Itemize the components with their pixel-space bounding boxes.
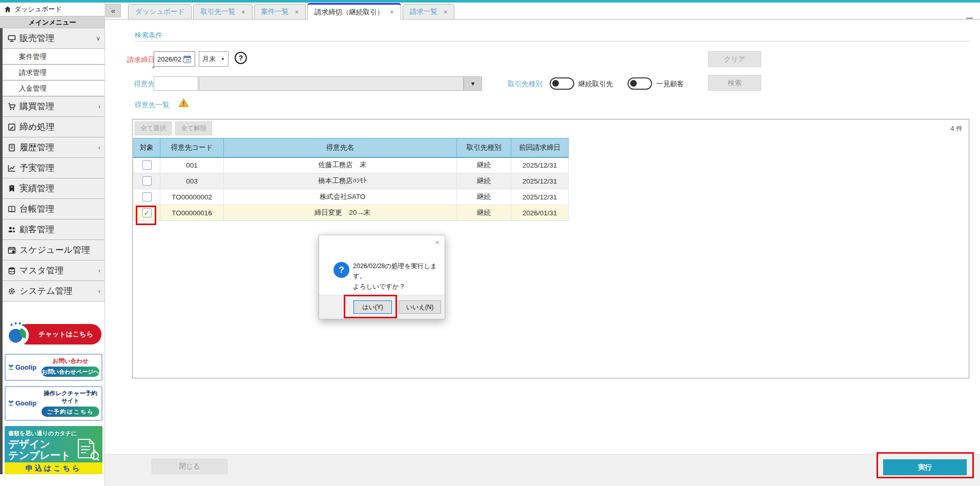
- scrollbar-dash: [966, 17, 973, 19]
- design-banner-title-line1: デザイン: [8, 438, 102, 450]
- billing-date-label: 請求締日*: [125, 55, 155, 72]
- customer-list-title: 得意先一覧: [135, 100, 170, 110]
- deselect-all-button[interactable]: 全て解除: [175, 121, 212, 135]
- sales-submenu: 案件管理 請求管理 入金管理: [3, 49, 105, 96]
- design-template-banner[interactable]: 書類を思い通りのカタチに デザイン テンプレート 申込はこちら: [5, 426, 102, 474]
- col-target: 対象: [134, 138, 160, 157]
- customer-lookup-button[interactable]: ▼: [464, 76, 482, 91]
- close-icon[interactable]: ×: [295, 8, 299, 16]
- sidebar-item-case-management[interactable]: 案件管理: [3, 49, 105, 65]
- cart-icon: [8, 103, 16, 111]
- toggle-knob: [630, 80, 637, 87]
- chevron-left-icon: ‹: [98, 144, 100, 151]
- table-row[interactable]: TO00000002 株式会社SATO 継続 2025/12/31: [134, 189, 569, 205]
- lecture-banner-button[interactable]: ご予約はこちら: [41, 407, 99, 417]
- sidebar-dashboard-link[interactable]: ダッシュボード: [0, 3, 105, 16]
- goolip-logo: Goolip: [8, 399, 39, 407]
- search-button[interactable]: 検索: [708, 75, 761, 91]
- contact-banner[interactable]: Goolip お問い合わせ お問い合わせページへ: [5, 354, 102, 381]
- customer-table: 対象 得意先コード 得意先名 取引先種別 前回請求締日 001 佐藤工務店 末: [133, 138, 569, 221]
- main-menu-header: メインメニュー: [0, 16, 105, 28]
- sidebar-promos: チャットはこちら Goolip お問い合わせ お問い合わせページへ: [0, 301, 105, 474]
- goolip-logo: Goolip: [8, 363, 39, 371]
- yes-button[interactable]: はい(Y): [353, 300, 392, 314]
- tab-partner-list[interactable]: 取引先一覧 ×: [193, 4, 252, 19]
- no-button[interactable]: いいえ(N): [399, 300, 441, 314]
- customer-list-panel: 全て選択 全て解除 4 件 対象 得意先コード 得意先名 取引先種別 前回請求締…: [132, 119, 969, 378]
- chat-widget[interactable]: チャットはこちら: [5, 319, 102, 349]
- table-row[interactable]: 003 橋本工務店ﾊｼﾓﾄ 継続 2025/12/31: [134, 173, 569, 189]
- calendar-clock-icon: [8, 246, 16, 254]
- row-checkbox[interactable]: [142, 176, 152, 186]
- sidebar-item-purchase[interactable]: 購買管理 ‹: [3, 96, 105, 117]
- period-select[interactable]: 月末 ▼: [199, 51, 228, 67]
- sidebar-item-history[interactable]: 履歴管理 ‹: [3, 137, 105, 158]
- tab-dashboard[interactable]: ダッシュボード: [128, 4, 192, 19]
- design-banner-tagline: 書類を思い通りのカタチに: [8, 430, 102, 437]
- sidebar-item-billing-management[interactable]: 請求管理: [3, 65, 105, 80]
- sidebar-collapse-button[interactable]: «: [106, 4, 121, 17]
- database-icon: [8, 267, 16, 275]
- table-row-selected[interactable]: ✓ TO00000016 締日変更 20→末 継続 2026/01/31: [134, 205, 569, 221]
- tab-invoice-list[interactable]: 請求一覧 ×: [403, 4, 455, 19]
- execute-button[interactable]: 実行: [883, 459, 967, 475]
- row-checkbox[interactable]: [142, 192, 152, 201]
- col-customer-code: 得意先コード: [160, 138, 224, 157]
- tab-case-list[interactable]: 案件一覧 ×: [254, 4, 306, 19]
- close-button[interactable]: 閉じる: [152, 459, 227, 474]
- tab-billing-cutoff[interactable]: 請求締切（継続取引） ×: [307, 3, 401, 19]
- continuous-partner-toggle-label: 継続取引先: [578, 79, 613, 89]
- close-icon[interactable]: ×: [390, 8, 394, 16]
- sidebar-item-closing[interactable]: 締め処理: [3, 117, 105, 137]
- lecture-banner-title: 操作レクチャー予約サイト: [41, 390, 99, 405]
- sidebar-item-sales[interactable]: 販売管理 ∨: [3, 28, 105, 49]
- dialog-close-icon[interactable]: ×: [435, 238, 440, 247]
- sidebar-item-forecast[interactable]: 予実管理: [3, 158, 105, 178]
- question-icon: ?: [333, 262, 349, 278]
- toggle-knob: [552, 80, 559, 87]
- continuous-partner-toggle[interactable]: [550, 77, 574, 90]
- sidebar-item-master[interactable]: マスタ管理 ‹: [3, 260, 105, 281]
- onetime-customer-toggle[interactable]: [628, 77, 652, 90]
- app-window: ダッシュボード メインメニュー 販売管理 ∨ 案件管理 請求管理 入金管理 購買…: [0, 0, 980, 486]
- main-menu: 販売管理 ∨ 案件管理 請求管理 入金管理 購買管理 ‹ 締め処理 履歴管理 ‹: [0, 28, 105, 301]
- tulip-icon: [8, 363, 14, 371]
- customer-code-input[interactable]: [154, 76, 198, 91]
- close-icon[interactable]: ×: [241, 8, 245, 16]
- chevron-down-icon: ▼: [221, 57, 225, 62]
- calendar-icon: 15: [183, 55, 192, 64]
- billing-date-input[interactable]: [157, 55, 183, 63]
- design-banner-button[interactable]: 申込はこちら: [5, 462, 102, 474]
- row-checkbox[interactable]: [142, 160, 152, 170]
- sidebar-item-deposit-management[interactable]: 入金管理: [3, 80, 105, 96]
- tulip-icon: [8, 399, 14, 407]
- sidebar-item-customers[interactable]: 顧客管理: [3, 219, 105, 240]
- help-icon[interactable]: ?: [235, 52, 247, 64]
- dialog-message: 2026/02/28の処理を実行します。 よろしいですか？: [353, 261, 445, 292]
- billing-date-field[interactable]: 15: [154, 51, 195, 67]
- contact-banner-button[interactable]: お問い合わせページへ: [41, 367, 99, 377]
- action-bar: 閉じる 実行: [105, 454, 980, 486]
- col-partner-type: 取引先種別: [457, 138, 511, 157]
- close-icon[interactable]: ×: [444, 8, 448, 16]
- select-all-button[interactable]: 全て選択: [135, 121, 172, 135]
- chevron-left-icon: ‹: [98, 103, 100, 110]
- section-divider: [135, 41, 970, 42]
- row-checkbox-checked[interactable]: ✓: [142, 208, 152, 217]
- chevron-down-icon: ∨: [96, 35, 100, 42]
- tab-bar: « ダッシュボード 取引先一覧 × 案件一覧 × 請求締切（継続取引） × 請求…: [105, 3, 980, 19]
- warning-icon: [178, 98, 189, 108]
- clear-button[interactable]: クリア: [708, 51, 761, 67]
- list-toolbar: 全て選択 全て解除 4 件: [133, 119, 969, 138]
- lecture-banner[interactable]: Goolip 操作レクチャー予約サイト ご予約はこちら: [5, 386, 102, 421]
- sidebar-item-system[interactable]: システム管理 ‹: [3, 281, 105, 301]
- book-icon: [8, 144, 16, 152]
- sidebar-item-schedule[interactable]: スケジュール管理: [3, 240, 105, 260]
- chat-logo-icon: [5, 320, 32, 348]
- sidebar-item-ledger[interactable]: 台帳管理: [3, 199, 105, 219]
- table-row[interactable]: 001 佐藤工務店 末 継続 2025/12/31: [134, 157, 569, 173]
- sidebar-item-results[interactable]: 実績管理: [3, 178, 105, 199]
- customer-name-input[interactable]: [199, 76, 464, 91]
- search-section-title: 検索条件: [135, 31, 162, 40]
- customer-label: 得意先: [125, 79, 155, 89]
